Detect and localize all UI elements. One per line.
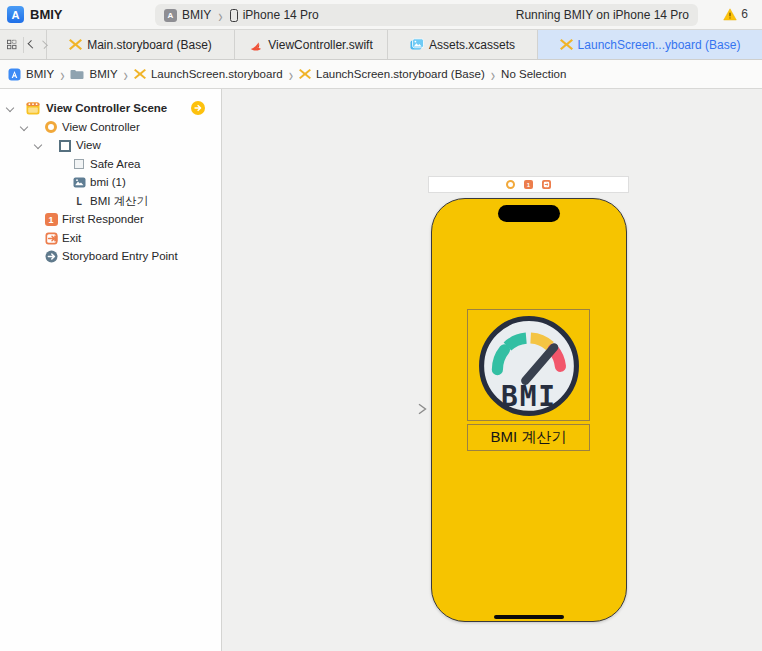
breadcrumb-file-base[interactable]: LaunchScreen.storyboard (Base)	[299, 68, 485, 80]
warning-icon	[723, 8, 737, 21]
device-icon	[230, 9, 238, 22]
tab-launchscreen-storyboard[interactable]: LaunchScreen...yboard (Base)	[538, 30, 762, 59]
chevron-separator-icon: ›	[58, 63, 66, 85]
document-outline: View Controller Scene View Controller Vi…	[0, 89, 222, 651]
outline-row-label[interactable]: L BMI 계산기	[0, 192, 221, 211]
chevron-separator-icon: ›	[122, 63, 130, 85]
xcode-window: A BMIY A BMIY › iPhone 14 Pro Running BM…	[0, 0, 762, 651]
navigate-back-icon[interactable]	[28, 40, 37, 49]
folder-icon	[70, 69, 84, 80]
tab-label: ViewController.swift	[268, 38, 372, 52]
outline-label: View	[76, 138, 101, 153]
breadcrumb-file[interactable]: LaunchScreen.storyboard	[134, 68, 283, 80]
outline-label: Storyboard Entry Point	[62, 249, 178, 264]
safe-area-icon	[72, 157, 86, 171]
build-status[interactable]: Running BMIY on iPhone 14 Pro	[516, 8, 689, 22]
jump-bar: BMIY › BMIY › LaunchScreen.storyboard › …	[0, 60, 762, 89]
outline-row-exit[interactable]: Exit	[0, 229, 221, 248]
outline-label: BMI 계산기	[90, 194, 148, 209]
tab-bar: Main.storyboard (Base) ViewController.sw…	[0, 30, 762, 60]
outline-label: First Responder	[62, 212, 144, 227]
scene-open-arrow-icon[interactable]	[191, 101, 205, 115]
scene-icon	[26, 102, 40, 116]
gauge-text: BMI	[501, 380, 557, 413]
outline-row-entry-point[interactable]: Storyboard Entry Point	[0, 247, 221, 266]
scheme-app-name[interactable]: BMIY	[182, 8, 211, 22]
storyboard-icon	[134, 68, 146, 80]
outline-row-safe-area[interactable]: Safe Area	[0, 155, 221, 174]
swift-icon	[249, 38, 263, 52]
tab-viewcontroller-swift[interactable]: ViewController.swift	[235, 30, 388, 59]
breadcrumb-label: BMIY	[89, 68, 117, 80]
bmi-gauge-icon: BMI	[473, 312, 585, 418]
storyboard-canvas[interactable]: 1	[222, 89, 762, 651]
chevron-separator-icon: ›	[216, 4, 224, 26]
tab-label: Main.storyboard (Base)	[87, 38, 212, 52]
exit-icon	[44, 231, 58, 245]
app-icon	[8, 68, 21, 81]
outline-row-scene[interactable]: View Controller Scene	[0, 99, 221, 118]
tab-main-storyboard[interactable]: Main.storyboard (Base)	[47, 30, 235, 59]
breadcrumb-label: No Selection	[501, 68, 566, 80]
outline-label: Exit	[62, 231, 81, 246]
breadcrumb-label: LaunchScreen.storyboard	[151, 68, 283, 80]
project-app-icon: A	[7, 6, 24, 23]
entry-point-icon	[44, 250, 58, 264]
dock-exit-icon[interactable]	[542, 180, 551, 189]
tab-controls	[0, 30, 47, 59]
outline-row-view[interactable]: View	[0, 136, 221, 155]
storyboard-icon	[560, 38, 573, 51]
tab-assets-xcassets[interactable]: Assets.xcassets	[388, 30, 538, 59]
dock-first-responder-icon[interactable]: 1	[524, 180, 533, 189]
disclosure-icon[interactable]	[21, 124, 29, 132]
warning-badge[interactable]: 6	[723, 7, 748, 21]
bmi-image-view[interactable]: BMI	[467, 309, 590, 421]
bmi-title-text: BMI 계산기	[491, 428, 567, 447]
outline-row-image-view[interactable]: bmi (1)	[0, 173, 221, 192]
outline-label: View Controller	[62, 120, 140, 135]
project-name: BMIY	[30, 7, 63, 22]
storyboard-icon	[69, 38, 82, 51]
disclosure-icon[interactable]	[35, 142, 43, 150]
divider	[23, 37, 24, 53]
scheme-selector[interactable]: A BMIY › iPhone 14 Pro	[164, 8, 319, 23]
bmi-title-label[interactable]: BMI 계산기	[467, 424, 590, 451]
chevron-separator-icon: ›	[489, 63, 497, 85]
warning-count: 6	[741, 7, 748, 21]
toolbar: A BMIY A BMIY › iPhone 14 Pro Running BM…	[0, 0, 762, 30]
outline-label: View Controller Scene	[46, 101, 167, 116]
breadcrumb-group[interactable]: BMIY	[70, 68, 117, 80]
storyboard-entry-arrow[interactable]	[375, 403, 431, 415]
outline-row-view-controller[interactable]: View Controller	[0, 118, 221, 137]
storyboard-icon	[299, 68, 311, 80]
outline-label: bmi (1)	[90, 175, 126, 190]
scene-dock: 1	[428, 176, 629, 193]
image-view-icon	[72, 176, 86, 190]
breadcrumb-label: BMIY	[26, 68, 54, 80]
dock-view-controller-icon[interactable]	[506, 180, 515, 189]
home-indicator	[494, 615, 564, 619]
first-responder-icon: 1	[44, 213, 58, 227]
editor-area: View Controller Scene View Controller Vi…	[0, 89, 762, 651]
breadcrumb-selection[interactable]: No Selection	[501, 68, 566, 80]
activity-view[interactable]: A BMIY › iPhone 14 Pro Running BMIY on i…	[155, 4, 698, 26]
breadcrumb-label: LaunchScreen.storyboard (Base)	[316, 68, 485, 80]
chevron-separator-icon: ›	[287, 63, 295, 85]
tab-overview-icon[interactable]	[7, 38, 17, 51]
tab-label: LaunchScreen...yboard (Base)	[578, 38, 741, 52]
assets-icon	[410, 38, 424, 51]
disclosure-icon[interactable]	[7, 105, 15, 113]
dynamic-island	[498, 205, 560, 222]
view-icon	[58, 139, 72, 153]
outline-label: Safe Area	[90, 157, 141, 172]
view-controller-icon	[44, 120, 58, 134]
outline-row-first-responder[interactable]: 1 First Responder	[0, 210, 221, 229]
scheme-device-name[interactable]: iPhone 14 Pro	[243, 8, 319, 22]
label-icon: L	[72, 194, 86, 208]
tab-label: Assets.xcassets	[429, 38, 515, 52]
scheme-app-icon: A	[164, 9, 177, 22]
breadcrumb-project[interactable]: BMIY	[8, 68, 54, 81]
iphone-14-pro-preview[interactable]: BMI BMI 계산기	[431, 198, 627, 622]
